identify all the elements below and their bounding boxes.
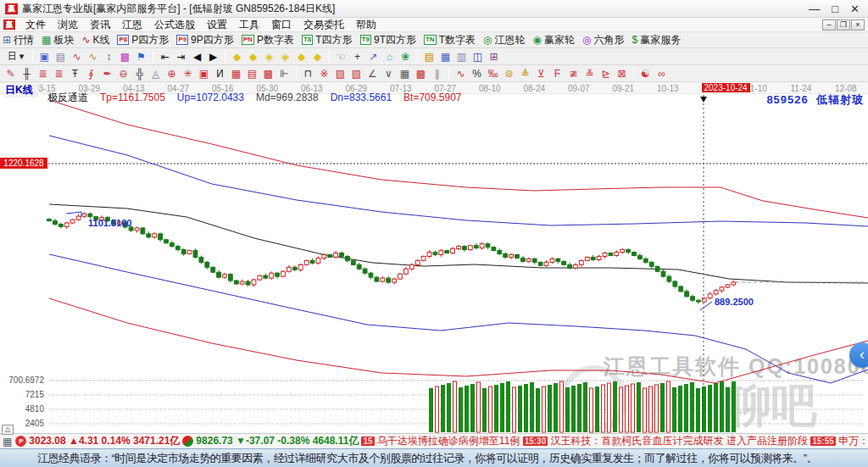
view-tool-1-6-icon[interactable]: ⚑: [134, 50, 149, 64]
toolbar-button-K线[interactable]: ∿K线: [81, 33, 109, 47]
draw-tool-0-12-icon[interactable]: ▣: [197, 67, 212, 81]
draw-tool-0-8-icon[interactable]: ╬: [132, 67, 147, 81]
draw-tool-2-8-icon[interactable]: ≚: [582, 67, 598, 81]
menu-item-9[interactable]: 帮助: [350, 19, 382, 31]
view-tool-2-1-icon[interactable]: ⇥: [174, 50, 189, 64]
draw-tool-0-17-icon[interactable]: ⊩: [277, 67, 292, 81]
draw-tool-2-1-icon[interactable]: %: [470, 67, 485, 81]
draw-tool-1-0-icon[interactable]: ⊓: [301, 67, 316, 81]
toolbar-button-P数字表[interactable]: PNP数字表: [242, 33, 294, 47]
toolbar-button-行情[interactable]: ⊞行情: [3, 33, 34, 47]
view-tool-4-3-icon[interactable]: ⌂: [382, 50, 398, 64]
shanghai-index-quote[interactable]: 3023.08 ▲4.31 0.14% 3471.21亿: [29, 434, 180, 448]
menu-item-5[interactable]: 设置: [201, 19, 233, 31]
draw-tool-1-6-icon[interactable]: ▦: [398, 67, 413, 81]
draw-tool-1-1-icon[interactable]: ※: [317, 67, 332, 81]
view-tool-5-2-icon[interactable]: ▥: [454, 50, 470, 64]
view-tool-1-5-icon[interactable]: ▩: [118, 50, 133, 64]
maximize-button[interactable]: □: [832, 3, 838, 15]
mdi-restore-button[interactable]: ❐: [837, 19, 850, 31]
toolbar-button-T四方形[interactable]: T8T四方形: [302, 33, 353, 47]
view-tool-1-0-icon[interactable]: ▣: [37, 50, 53, 64]
toolbar-button-江恩轮[interactable]: ◎江恩轮: [483, 33, 525, 47]
mdi-close-button[interactable]: ×: [851, 19, 865, 31]
draw-tool-0-2-icon[interactable]: ≣: [36, 67, 51, 81]
keyboard-icon[interactable]: ▦: [3, 436, 12, 448]
view-tool-5-4-icon[interactable]: ⊞: [487, 50, 502, 64]
menu-item-3[interactable]: 江恩: [116, 19, 148, 31]
toolbar-button-T数字表[interactable]: TNT数字表: [424, 33, 476, 47]
draw-tool-1-7-icon[interactable]: ▩: [414, 67, 429, 81]
view-tool-3-0-icon[interactable]: ◆: [230, 50, 245, 64]
draw-tool-0-16-icon[interactable]: ▩: [261, 67, 276, 81]
view-tool-3-2-icon[interactable]: ◈: [262, 50, 277, 64]
draw-tool-2-0-icon[interactable]: ∿: [453, 67, 469, 81]
draw-tool-1-5-icon[interactable]: ∨: [381, 67, 397, 81]
draw-tool-0-15-icon[interactable]: ▤: [245, 67, 260, 81]
collapse-sidebar-button[interactable]: ‹: [849, 342, 868, 368]
menu-item-2[interactable]: 资讯: [84, 19, 116, 31]
view-tool-4-0-icon[interactable]: ☜: [334, 50, 349, 64]
draw-tool-3-1-icon[interactable]: ∞: [654, 67, 670, 81]
draw-tool-0-14-icon[interactable]: ▦: [229, 67, 244, 81]
draw-tool-0-5-icon[interactable]: ∮: [84, 67, 99, 81]
draw-tool-0-1-icon[interactable]: ╫: [19, 67, 35, 81]
draw-tool-0-9-icon[interactable]: ◬: [148, 67, 164, 81]
view-tool-3-5-icon[interactable]: ◆: [310, 50, 326, 64]
view-tool-4-2-icon[interactable]: ↗: [366, 50, 381, 64]
draw-tool-0-10-icon[interactable]: ⊕: [164, 67, 180, 81]
draw-tool-2-5-icon[interactable]: ⊻: [534, 67, 549, 81]
shenzhen-index-icon[interactable]: [182, 436, 193, 447]
draw-tool-1-2-icon[interactable]: ▨: [333, 67, 348, 81]
toolbar-button-9P四方形[interactable]: P99P四方形: [176, 33, 233, 47]
shenzhen-index-quote[interactable]: 9826.73 ▼-37.07 -0.38% 4648.11亿: [196, 434, 359, 448]
view-tool-4-1-icon[interactable]: +: [350, 50, 365, 64]
draw-tool-0-6-icon[interactable]: ✒: [100, 67, 115, 81]
draw-tool-0-11-icon[interactable]: ✳: [181, 67, 196, 81]
menu-item-4[interactable]: 公式选股: [148, 19, 201, 31]
toolbar-button-赢家服务[interactable]: $赢家服务: [632, 33, 681, 47]
close-button[interactable]: ✕: [850, 3, 860, 15]
toolbar-button-P四方形[interactable]: P8P四方形: [117, 33, 169, 47]
view-tool-2-2-icon[interactable]: ◀: [190, 50, 205, 64]
view-tool-1-4-icon[interactable]: ↕: [102, 50, 117, 64]
toolbar-button-赢家轮[interactable]: ◉赢家轮: [532, 33, 574, 47]
menu-item-8[interactable]: 交易委托: [298, 19, 350, 31]
menu-item-6[interactable]: 工具: [233, 19, 265, 31]
view-tool-5-3-icon[interactable]: ◫: [470, 50, 486, 64]
view-tool-1-1-icon[interactable]: ▤: [53, 50, 69, 64]
draw-tool-2-6-icon[interactable]: Ϝ: [550, 67, 565, 81]
draw-tool-1-4-icon[interactable]: ∠: [365, 67, 381, 81]
draw-tool-0-3-icon[interactable]: ≣: [52, 67, 67, 81]
draw-tool-2-10-icon[interactable]: ⊠: [615, 67, 630, 81]
view-tool-3-4-icon[interactable]: ◆: [294, 50, 309, 64]
toolbar-button-9T四方形[interactable]: T99T四方形: [360, 33, 416, 47]
mdi-minimize-button[interactable]: –: [822, 19, 836, 31]
draw-tool-2-3-icon[interactable]: ⊜: [502, 67, 517, 81]
menu-item-1[interactable]: 浏览: [52, 19, 84, 31]
news-headline-0[interactable]: 乌干达埃博拉确诊病例增至11例: [375, 435, 523, 447]
view-tool-2-3-icon[interactable]: ▶: [206, 50, 221, 64]
draw-tool-2-2-icon[interactable]: ‰: [486, 67, 501, 81]
draw-tool-1-8-icon[interactable]: ∥: [430, 67, 445, 81]
draw-tool-2-7-icon[interactable]: ≇: [566, 67, 581, 81]
menu-item-0[interactable]: 文件: [19, 19, 52, 31]
draw-tool-0-4-icon[interactable]: Ŧ: [68, 67, 83, 81]
minimize-button[interactable]: —: [809, 3, 820, 15]
news-headline-2[interactable]: 申万：: [836, 435, 868, 447]
expand-pane-button[interactable]: △: [2, 425, 14, 435]
view-tool-1-2-icon[interactable]: ∿: [70, 50, 85, 64]
draw-tool-0-13-icon[interactable]: Ͷ: [213, 67, 228, 81]
shanghai-index-icon[interactable]: P: [15, 436, 26, 447]
draw-tool-0-0-icon[interactable]: ✎: [3, 67, 19, 81]
view-tool-1-3-icon[interactable]: ∿: [86, 50, 101, 64]
draw-tool-3-0-icon[interactable]: ☯: [638, 67, 654, 81]
view-tool-4-4-icon[interactable]: ❀: [398, 50, 414, 64]
draw-tool-2-4-icon[interactable]: ≜: [518, 67, 533, 81]
draw-tool-0-7-icon[interactable]: ⊖: [116, 67, 131, 81]
draw-tool-2-9-icon[interactable]: ⊵: [598, 67, 614, 81]
toolbar-button-板块[interactable]: ▦板块: [42, 33, 74, 47]
draw-tool-1-3-icon[interactable]: ▧: [349, 67, 364, 81]
kline-period-tab[interactable]: 日K线: [5, 83, 38, 97]
view-tool-3-1-icon[interactable]: ◆: [246, 50, 261, 64]
